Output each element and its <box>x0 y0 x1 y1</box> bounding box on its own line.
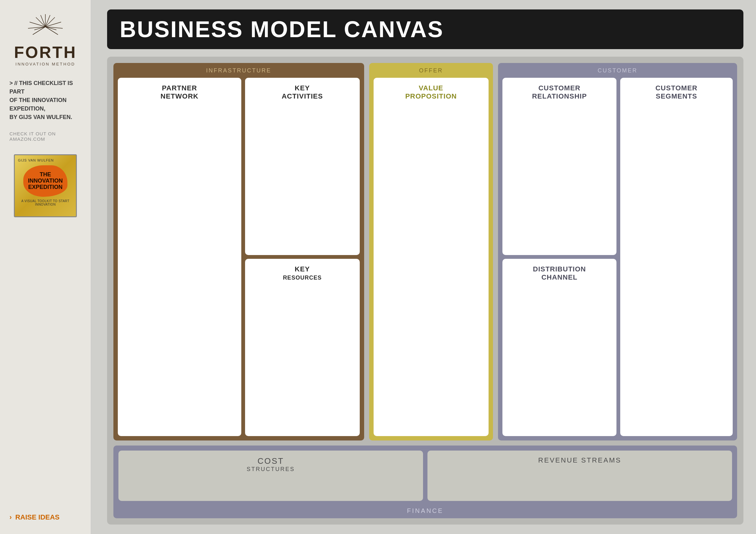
customer-inner: CUSTOMERRELATIONSHIP DISTRIBUTIONCHANNEL <box>502 78 733 436</box>
infrastructure-block: INFRASTRUCTURE PARTNERNETWORK KEYACTIVIT… <box>113 63 364 441</box>
main-content: BUSINESS MODEL CANVAS INFRASTRUCTURE PAR… <box>91 0 756 534</box>
value-proposition-title: VALUEPROPOSITION <box>405 84 457 101</box>
partner-network-card: PARTNERNETWORK <box>118 78 241 436</box>
book-cover: GIJS VAN WULFEN THE INNOVATION EXPEDITIO… <box>14 154 77 217</box>
book-author: GIJS VAN WULFEN <box>18 158 54 162</box>
title-bar: BUSINESS MODEL CANVAS <box>107 10 743 49</box>
cost-title: COST <box>257 456 284 466</box>
customer-relationship-card: CUSTOMERRELATIONSHIP <box>502 78 616 255</box>
raise-arrow-icon: › <box>10 513 12 521</box>
key-resources-title: KEYRESOURCES <box>283 265 322 282</box>
customer-label: CUSTOMER <box>502 67 733 74</box>
value-proposition-card: VALUEPROPOSITION <box>374 78 489 436</box>
bottom-section: COST STRUCTURES REVENUE STREAMS FINANCE <box>113 445 737 518</box>
top-section: INFRASTRUCTURE PARTNERNETWORK KEYACTIVIT… <box>113 63 737 441</box>
revenue-streams-card: REVENUE STREAMS <box>427 450 732 501</box>
sidebar: FORTH INNOVATION METHOD > // THIS CHECKL… <box>0 0 91 534</box>
book-sub: A VISUAL TOOLKIT TO START INNOVATION <box>18 199 73 206</box>
finance-label: FINANCE <box>119 504 732 516</box>
key-activities-title: KEYACTIVITIES <box>282 84 323 101</box>
bottom-inner: COST STRUCTURES REVENUE STREAMS <box>119 450 732 501</box>
customer-relationship-title: CUSTOMERRELATIONSHIP <box>532 84 587 101</box>
key-activities-col: KEYACTIVITIES KEYRESOURCES <box>245 78 360 436</box>
customer-block: CUSTOMER CUSTOMERRELATIONSHIP DISTRIBUTI… <box>498 63 737 441</box>
infrastructure-label: INFRASTRUCTURE <box>118 67 360 74</box>
raise-ideas-link[interactable]: › RAISE IDEAS <box>10 513 81 521</box>
partner-network-title: PARTNERNETWORK <box>161 84 199 101</box>
offer-block: OFFER VALUEPROPOSITION <box>369 63 493 441</box>
customer-segments-title: CUSTOMERSEGMENTS <box>656 84 698 101</box>
starburst-icon <box>26 13 64 41</box>
revenue-streams-title: REVENUE STREAMS <box>538 456 622 465</box>
svg-line-10 <box>40 15 45 27</box>
offer-label: OFFER <box>374 67 489 74</box>
logo-sub-text: INNOVATION METHOD <box>15 62 75 66</box>
cost-subtitle: STRUCTURES <box>247 466 295 472</box>
cost-structures-card: COST STRUCTURES <box>119 450 423 501</box>
distribution-channel-card: DISTRIBUTIONCHANNEL <box>502 259 616 436</box>
page-title: BUSINESS MODEL CANVAS <box>120 16 731 42</box>
logo-area: FORTH INNOVATION METHOD <box>14 13 76 66</box>
canvas-area: INFRASTRUCTURE PARTNERNETWORK KEYACTIVIT… <box>107 57 743 524</box>
customer-segments-card: CUSTOMERSEGMENTS <box>620 78 733 436</box>
amazon-text: CHECK IT OUT ON AMAZON.COM <box>10 131 81 142</box>
logo-text: FORTH <box>14 44 76 61</box>
book-title-innovation: INNOVATION <box>28 178 63 184</box>
sidebar-description: > // THIS CHECKLIST IS PART OF THE INNOV… <box>10 79 81 121</box>
customer-left-col: CUSTOMERRELATIONSHIP DISTRIBUTIONCHANNEL <box>502 78 616 436</box>
distribution-channel-title: DISTRIBUTIONCHANNEL <box>533 265 586 282</box>
infra-inner: PARTNERNETWORK KEYACTIVITIES KEYRESOUR <box>118 78 360 436</box>
sidebar-footer: › RAISE IDEAS <box>10 513 81 521</box>
book-blob: THE INNOVATION EXPEDITION <box>23 165 68 197</box>
book-title-the: THE <box>28 172 63 178</box>
book-title-expedition: EXPEDITION <box>28 184 63 191</box>
key-resources-card: KEYRESOURCES <box>245 259 360 436</box>
svg-line-9 <box>45 15 50 27</box>
key-activities-card: KEYACTIVITIES <box>245 78 360 255</box>
